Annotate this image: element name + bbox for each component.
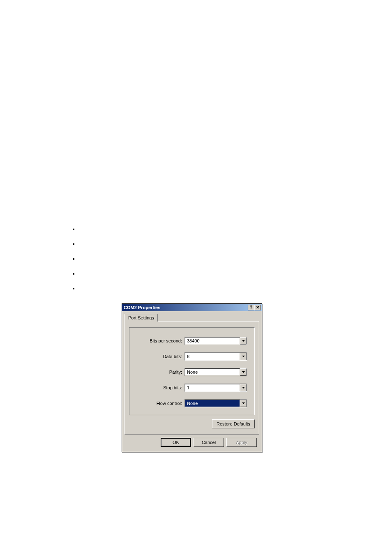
svg-marker-4 xyxy=(242,402,245,404)
dropdown-button[interactable] xyxy=(240,400,247,407)
svg-marker-1 xyxy=(242,356,245,357)
dropdown-button[interactable] xyxy=(240,353,247,360)
row-stop-bits: Stop bits: 1 xyxy=(135,384,247,392)
chevron-down-icon xyxy=(242,356,245,357)
dialog-buttons: OK Cancel Apply xyxy=(125,435,259,449)
combo-value: None xyxy=(185,400,240,407)
settings-group: Bits per second: 38400 Data bits: 8 xyxy=(129,327,255,415)
help-button[interactable]: ? xyxy=(248,305,254,310)
chevron-down-icon xyxy=(242,402,245,404)
bullet xyxy=(73,258,74,260)
chevron-down-icon xyxy=(242,340,245,342)
row-parity: Parity: None xyxy=(135,368,247,376)
dropdown-button[interactable] xyxy=(240,384,247,391)
tab-panel: Bits per second: 38400 Data bits: 8 xyxy=(125,321,259,435)
combo-stop-bits[interactable]: 1 xyxy=(184,384,247,392)
dropdown-button[interactable] xyxy=(240,368,247,376)
help-icon: ? xyxy=(250,305,252,310)
row-data-bits: Data bits: 8 xyxy=(135,352,247,361)
dialog-body: Port Settings Bits per second: 38400 Dat… xyxy=(122,311,262,452)
close-button[interactable]: ✕ xyxy=(254,305,261,310)
row-bits-per-second: Bits per second: 38400 xyxy=(135,337,247,345)
bullet xyxy=(73,243,74,245)
combo-value: None xyxy=(185,368,240,376)
combo-flow-control[interactable]: None xyxy=(184,399,247,407)
label-data-bits: Data bits: xyxy=(163,354,184,359)
combo-value: 1 xyxy=(185,384,240,391)
bullet xyxy=(73,273,74,275)
chevron-down-icon xyxy=(242,371,245,373)
svg-marker-0 xyxy=(242,340,245,342)
combo-bits-per-second[interactable]: 38400 xyxy=(184,337,247,345)
restore-row: Restore Defaults xyxy=(129,419,255,428)
titlebar[interactable]: COM2 Properties ? ✕ xyxy=(122,304,262,311)
close-icon: ✕ xyxy=(256,305,259,310)
bullet xyxy=(73,229,74,230)
dropdown-button[interactable] xyxy=(240,337,247,345)
combo-data-bits[interactable]: 8 xyxy=(184,352,247,361)
cancel-button[interactable]: Cancel xyxy=(194,438,224,447)
tab-strip: Port Settings xyxy=(125,314,259,321)
chevron-down-icon xyxy=(242,387,245,388)
label-stop-bits: Stop bits: xyxy=(163,385,184,390)
ok-button[interactable]: OK xyxy=(161,438,191,447)
row-flow-control: Flow control: None xyxy=(135,399,247,407)
combo-value: 38400 xyxy=(185,337,240,345)
apply-button: Apply xyxy=(226,438,257,447)
label-bits-per-second: Bits per second: xyxy=(150,338,184,343)
dialog-title: COM2 Properties xyxy=(123,305,248,310)
label-flow-control: Flow control: xyxy=(157,401,184,406)
label-parity: Parity: xyxy=(169,370,184,375)
com-properties-dialog: COM2 Properties ? ✕ Port Settings Bits p… xyxy=(122,303,262,452)
combo-value: 8 xyxy=(185,353,240,360)
combo-parity[interactable]: None xyxy=(184,368,247,376)
svg-marker-3 xyxy=(242,387,245,388)
titlebar-buttons: ? ✕ xyxy=(248,305,261,310)
tab-port-settings[interactable]: Port Settings xyxy=(125,314,158,321)
svg-marker-2 xyxy=(242,371,245,373)
bullet xyxy=(73,288,74,289)
restore-defaults-button[interactable]: Restore Defaults xyxy=(212,419,255,428)
